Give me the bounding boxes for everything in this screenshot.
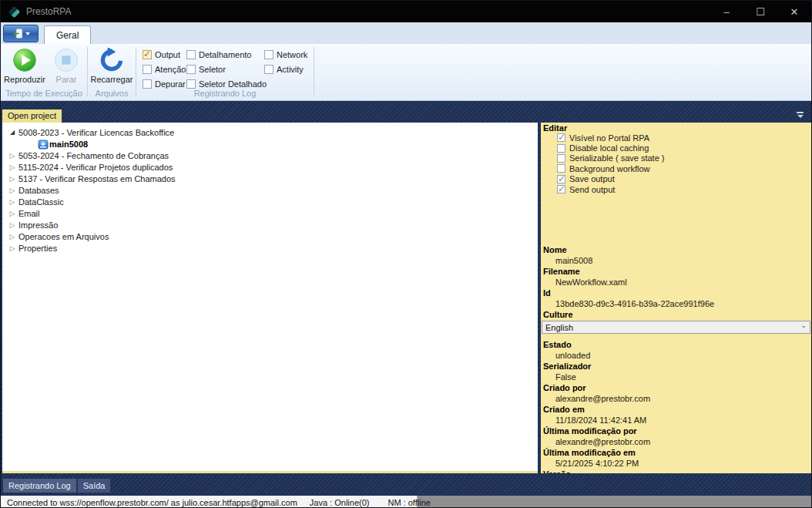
field-label-nome: Nome <box>541 244 811 255</box>
checkbox-detalhamento[interactable]: Detalhamento <box>186 47 264 62</box>
close-button[interactable]: ✕ <box>777 1 811 22</box>
expander-collapsed-icon[interactable] <box>8 163 16 171</box>
checkbox-icon[interactable] <box>143 65 152 74</box>
field-value-criado-por: alexandre@prestobr.com <box>541 393 811 404</box>
field-label-ultima-modificacao-em: Última modificação em <box>541 447 811 458</box>
checkbox-activity[interactable]: Activity <box>264 62 312 76</box>
status-connection-segment: Connected to wss://openflow.prestobr.com… <box>1 496 418 508</box>
titlebar: PrestoRPA – ☐ ✕ <box>1 1 811 22</box>
expander-collapsed-icon[interactable] <box>8 152 16 160</box>
bottom-tool-tabs: Registrando Log Saída <box>1 477 811 494</box>
checkbox-icon[interactable] <box>557 164 565 173</box>
checkbox-serializable[interactable]: Serializable ( save state ) <box>557 153 811 163</box>
field-label-serializador: Serializador <box>541 361 811 372</box>
tab-registrando-log[interactable]: Registrando Log <box>3 479 76 493</box>
window-position-icon[interactable] <box>796 112 804 118</box>
tree-item[interactable]: 5115-2024 - Verificar Projetos duplicado… <box>2 161 538 173</box>
expander-collapsed-icon[interactable] <box>8 175 16 183</box>
ribbon-group-registrando-log: Output Atenção Depurar Detalhamento <box>136 44 314 100</box>
tab-geral[interactable]: Geral <box>44 25 91 44</box>
checkbox-seletor[interactable]: Seletor <box>186 62 264 76</box>
culture-selected-value: English <box>545 323 573 332</box>
open-file-icon <box>12 28 23 39</box>
checkbox-icon[interactable] <box>186 79 196 89</box>
checkbox-network[interactable]: Network <box>264 47 312 62</box>
field-value-ultima-modificacao-em: 5/21/2025 4:10:22 PM <box>541 458 811 469</box>
chevron-down-icon <box>800 324 807 331</box>
app-window: PrestoRPA – ☐ ✕ Geral <box>0 0 812 508</box>
field-label-criado-em: Criado em <box>541 404 811 415</box>
checkbox-atencao[interactable]: Atenção <box>143 62 186 76</box>
tree-item[interactable]: 5008-2023 - Verificar Licencas Backoffic… <box>2 126 538 138</box>
culture-select[interactable]: English <box>542 321 810 334</box>
field-value-filename: NewWorkflow.xaml <box>541 277 811 288</box>
expander-collapsed-icon[interactable] <box>8 210 16 217</box>
checkbox-background-workflow[interactable]: Background workflow <box>557 163 811 173</box>
ribbon-group-tempo-de-execucao: Reproduzir Parar Tempo de Execução <box>1 44 87 100</box>
expander-collapsed-icon[interactable] <box>8 221 16 229</box>
field-label-ultima-modificacao-por: Última modificação por <box>541 426 811 436</box>
checkbox-icon[interactable] <box>557 154 565 163</box>
field-label-filename: Filename <box>541 266 811 277</box>
tree-item[interactable]: Operacoes em Arquivos <box>2 230 538 242</box>
panel-title: Editar <box>541 123 811 133</box>
tree-item[interactable]: 5053-2024 - Fechamento de Cobranças <box>2 150 538 161</box>
checkbox-icon[interactable] <box>186 50 196 59</box>
field-value-serializador: False <box>541 372 811 382</box>
minimize-button[interactable]: – <box>710 1 743 22</box>
field-label-criado-por: Criado por <box>541 382 811 393</box>
field-value-nome: main5008 <box>541 255 811 266</box>
app-menu-button[interactable] <box>3 25 39 42</box>
checkbox-save-output[interactable]: Save output <box>557 174 811 184</box>
checkbox-visivel-no-portal-rpa[interactable]: Visível no Portal RPA <box>557 133 811 143</box>
group-label: Arquivos <box>88 89 136 98</box>
expander-collapsed-icon[interactable] <box>8 198 16 206</box>
connection-status-text: Connected to wss://openflow.prestobr.com… <box>7 498 297 507</box>
app-logo-icon <box>8 5 21 18</box>
field-label-id: Id <box>541 288 811 298</box>
workflow-icon <box>38 139 49 150</box>
window-controls: – ☐ ✕ <box>710 1 811 22</box>
field-label-culture: Culture <box>541 309 811 320</box>
statusbar: Connected to wss://openflow.prestobr.com… <box>1 494 811 508</box>
checkbox-icon[interactable] <box>264 65 273 74</box>
field-value-estado: unloaded <box>541 350 811 361</box>
maximize-button[interactable]: ☐ <box>743 1 777 22</box>
expander-collapsed-icon[interactable] <box>8 187 16 194</box>
tree-item[interactable]: 5137 - Verificar Respostas em Chamados <box>2 173 538 184</box>
tab-open-project[interactable]: Open project <box>2 109 62 123</box>
checkbox-icon[interactable] <box>143 50 152 59</box>
tree-item[interactable]: Properties <box>2 242 538 254</box>
dock-area: Open project 5008-2023 - Verificar Licen… <box>1 101 811 477</box>
stop-icon <box>54 48 79 72</box>
nm-status-text: NM : offline <box>388 498 430 507</box>
tree-item[interactable]: Databases <box>2 184 538 196</box>
project-tree: 5008-2023 - Verificar Licencas Backoffic… <box>2 123 538 254</box>
field-label-estado: Estado <box>541 339 811 350</box>
ribbon-group-arquivos: Recarregar Arquivos <box>88 44 136 100</box>
tree-item[interactable]: DataClassic <box>2 196 538 207</box>
expander-collapsed-icon[interactable] <box>8 244 16 252</box>
field-value-id: 13bde830-d9c3-4916-b39a-22ace991f96e <box>541 298 811 309</box>
checkbox-icon[interactable] <box>557 144 565 153</box>
checkbox-icon[interactable] <box>264 50 273 59</box>
field-value-criado-em: 11/18/2024 11:42:41 AM <box>541 415 811 426</box>
checkbox-output[interactable]: Output <box>143 47 186 62</box>
checkbox-icon[interactable] <box>557 133 565 142</box>
checkbox-icon[interactable] <box>186 65 196 74</box>
checkbox-icon[interactable] <box>143 79 152 89</box>
refresh-icon <box>99 48 124 72</box>
expander-expanded-icon[interactable] <box>8 128 16 136</box>
checkbox-send-output[interactable]: Send output <box>557 184 811 194</box>
tree-item[interactable]: Impressão <box>2 219 538 230</box>
checkbox-icon[interactable] <box>557 185 565 193</box>
tree-item-main5008[interactable]: main5008 <box>2 138 538 150</box>
reproduzir-label: Reproduzir <box>4 75 45 84</box>
expander-collapsed-icon[interactable] <box>8 233 16 241</box>
tab-saida[interactable]: Saída <box>78 479 111 493</box>
checkbox-disable-local-caching[interactable]: Disable local caching <box>557 143 811 153</box>
field-value-ultima-modificacao-por: alexandre@prestobr.com <box>541 436 811 447</box>
tree-item[interactable]: Email <box>2 207 538 219</box>
checkbox-icon[interactable] <box>557 175 565 183</box>
ribbon: Reproduzir Parar Tempo de Execução Recar… <box>1 44 811 101</box>
